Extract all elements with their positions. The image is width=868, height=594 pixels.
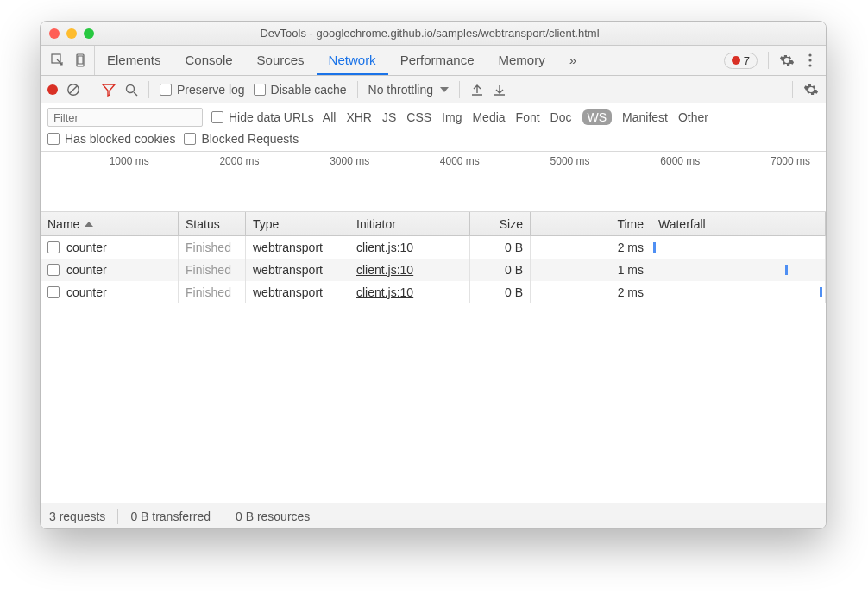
network-toolbar: Preserve log Disable cache No throttling bbox=[41, 76, 826, 103]
cell-waterfall bbox=[651, 259, 826, 281]
chevron-down-icon bbox=[440, 87, 449, 92]
checkbox-icon[interactable] bbox=[47, 241, 60, 253]
request-table-header: Name Status Type Initiator Size Time Wat… bbox=[41, 212, 826, 236]
column-status[interactable]: Status bbox=[179, 212, 246, 235]
blocked-requests-checkbox[interactable]: Blocked Requests bbox=[184, 132, 299, 146]
table-row[interactable]: counterFinishedwebtransportclient.js:100… bbox=[41, 281, 826, 303]
filter-type-xhr[interactable]: XHR bbox=[346, 110, 372, 124]
column-waterfall[interactable]: Waterfall bbox=[651, 212, 826, 235]
cell-size: 0 B bbox=[470, 236, 531, 259]
checkbox-icon bbox=[254, 84, 266, 96]
error-count: 7 bbox=[744, 54, 750, 67]
filter-type-js[interactable]: JS bbox=[382, 110, 396, 124]
tab-network[interactable]: Network bbox=[317, 46, 388, 75]
maximize-window-icon[interactable] bbox=[84, 28, 94, 39]
kebab-menu-icon[interactable] bbox=[803, 53, 817, 68]
tab-sources[interactable]: Sources bbox=[245, 46, 317, 75]
cell-name: counter bbox=[41, 281, 179, 303]
device-toggle-icon[interactable] bbox=[73, 53, 87, 67]
filter-type-all[interactable]: All bbox=[323, 110, 337, 124]
error-count-badge[interactable]: 7 bbox=[724, 53, 758, 69]
filter-type-img[interactable]: Img bbox=[442, 110, 462, 124]
record-icon[interactable] bbox=[47, 84, 58, 95]
status-resources: 0 B resources bbox=[236, 510, 310, 523]
cell-time: 1 ms bbox=[531, 259, 651, 281]
upload-har-icon[interactable] bbox=[470, 83, 484, 97]
filter-type-css[interactable]: CSS bbox=[406, 110, 431, 124]
timeline-overview[interactable]: 1000 ms2000 ms3000 ms4000 ms5000 ms6000 … bbox=[41, 152, 826, 212]
cell-initiator[interactable]: client.js:10 bbox=[349, 236, 470, 259]
traffic-lights bbox=[49, 28, 94, 39]
download-har-icon[interactable] bbox=[493, 83, 506, 97]
tab-elements[interactable]: Elements bbox=[95, 46, 173, 75]
svg-point-8 bbox=[127, 84, 135, 92]
cell-time: 2 ms bbox=[531, 281, 651, 303]
filter-icon[interactable] bbox=[102, 83, 116, 97]
timeline-tick: 1000 ms bbox=[47, 155, 158, 167]
status-bar: 3 requests 0 B transferred 0 B resources bbox=[41, 503, 826, 528]
filter-bar: Hide data URLs AllXHRJSCSSImgMediaFontDo… bbox=[41, 103, 826, 152]
cell-size: 0 B bbox=[470, 281, 531, 303]
tab-performance[interactable]: Performance bbox=[388, 46, 487, 75]
cell-initiator[interactable]: client.js:10 bbox=[349, 281, 470, 303]
close-window-icon[interactable] bbox=[49, 28, 60, 39]
column-initiator[interactable]: Initiator bbox=[349, 212, 470, 235]
hide-data-urls-checkbox[interactable]: Hide data URLs bbox=[211, 110, 314, 124]
tab-memory[interactable]: Memory bbox=[487, 46, 557, 75]
svg-point-3 bbox=[808, 53, 811, 56]
cell-initiator[interactable]: client.js:10 bbox=[349, 259, 470, 281]
column-time[interactable]: Time bbox=[531, 212, 651, 235]
filter-input[interactable] bbox=[47, 108, 203, 127]
cell-type: webtransport bbox=[246, 236, 349, 259]
cell-type: webtransport bbox=[246, 259, 349, 281]
checkbox-icon[interactable] bbox=[47, 286, 60, 298]
filter-type-ws[interactable]: WS bbox=[582, 109, 613, 125]
filter-type-font[interactable]: Font bbox=[516, 110, 540, 124]
column-type[interactable]: Type bbox=[246, 212, 349, 235]
filter-type-other[interactable]: Other bbox=[678, 110, 708, 124]
filter-type-manifest[interactable]: Manifest bbox=[622, 110, 668, 124]
svg-point-5 bbox=[808, 64, 811, 66]
filter-type-media[interactable]: Media bbox=[472, 110, 505, 124]
checkbox-icon bbox=[211, 111, 223, 123]
column-size[interactable]: Size bbox=[470, 212, 531, 235]
status-requests: 3 requests bbox=[49, 510, 105, 523]
svg-line-7 bbox=[70, 86, 77, 93]
titlebar[interactable]: DevTools - googlechrome.github.io/sample… bbox=[41, 22, 826, 46]
svg-point-4 bbox=[808, 59, 811, 61]
status-transferred: 0 B transferred bbox=[130, 510, 211, 523]
has-blocked-cookies-checkbox[interactable]: Has blocked cookies bbox=[47, 132, 175, 146]
checkbox-icon bbox=[160, 84, 172, 96]
inspect-element-icon[interactable] bbox=[51, 53, 65, 67]
clear-icon[interactable] bbox=[66, 83, 80, 97]
cell-size: 0 B bbox=[470, 259, 531, 281]
devtools-window: DevTools - googlechrome.github.io/sample… bbox=[40, 21, 827, 529]
cell-name: counter bbox=[41, 236, 179, 259]
cell-status: Finished bbox=[179, 236, 246, 259]
minimize-window-icon[interactable] bbox=[66, 28, 77, 39]
more-tabs-button[interactable]: » bbox=[557, 46, 588, 75]
network-settings-gear-icon[interactable] bbox=[803, 82, 819, 97]
cell-waterfall bbox=[651, 281, 826, 303]
checkbox-icon[interactable] bbox=[47, 264, 60, 276]
window-title: DevTools - googlechrome.github.io/sample… bbox=[94, 27, 765, 40]
cell-waterfall bbox=[651, 236, 826, 259]
tab-console[interactable]: Console bbox=[173, 46, 245, 75]
disable-cache-checkbox[interactable]: Disable cache bbox=[254, 83, 347, 97]
settings-gear-icon[interactable] bbox=[779, 53, 795, 68]
preserve-log-checkbox[interactable]: Preserve log bbox=[160, 83, 245, 97]
checkbox-icon bbox=[47, 133, 60, 145]
table-row[interactable]: counterFinishedwebtransportclient.js:100… bbox=[41, 236, 826, 259]
filter-type-doc[interactable]: Doc bbox=[550, 110, 572, 124]
cell-name: counter bbox=[41, 259, 179, 281]
panel-tabs: ElementsConsoleSourcesNetworkPerformance… bbox=[41, 46, 826, 76]
search-icon[interactable] bbox=[124, 83, 138, 97]
table-row[interactable]: counterFinishedwebtransportclient.js:100… bbox=[41, 259, 826, 281]
column-name[interactable]: Name bbox=[41, 212, 179, 235]
error-dot-icon bbox=[732, 56, 740, 65]
cell-time: 2 ms bbox=[531, 236, 651, 259]
timeline-tick: 6000 ms bbox=[599, 155, 709, 167]
throttling-select[interactable]: No throttling bbox=[368, 83, 449, 97]
timeline-tick: 2000 ms bbox=[158, 155, 268, 167]
timeline-tick: 4000 ms bbox=[378, 155, 488, 167]
